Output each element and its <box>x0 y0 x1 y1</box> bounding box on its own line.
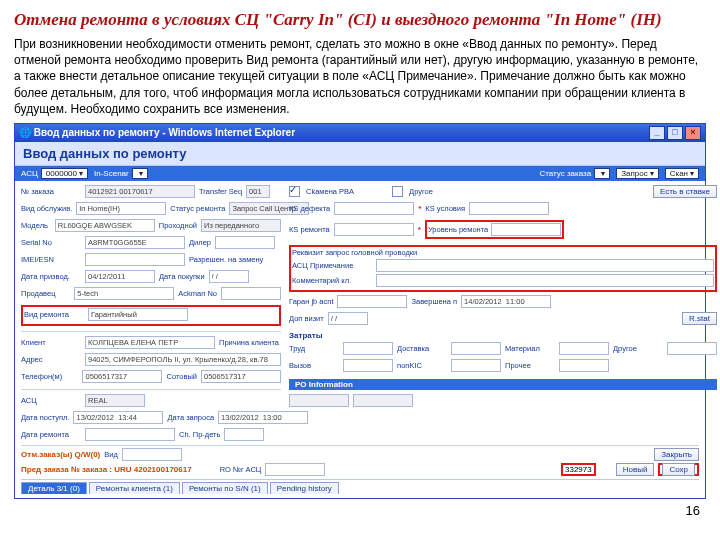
page-number: 16 <box>14 503 706 518</box>
window-title: Ввод данных по ремонту - Windows Interne… <box>34 127 295 138</box>
star1: * <box>418 204 421 213</box>
asc-prim-field[interactable] <box>376 259 714 272</box>
status-select[interactable]: ▾ <box>594 168 610 179</box>
ksdef-field[interactable] <box>334 202 414 215</box>
tab-sn-rep[interactable]: Ремонты по S/N (1) <box>182 482 268 494</box>
lbl-prodavec: Продавец <box>21 289 70 298</box>
highlight-save: Сохр <box>658 463 699 476</box>
prohod-field <box>201 219 281 232</box>
datarem-field[interactable] <box>85 428 175 441</box>
highlight-rowend: 332973 <box>561 463 596 476</box>
lbl-asc: АСЦ <box>21 169 38 178</box>
save-btn[interactable]: Сохр <box>662 463 695 476</box>
ack-button[interactable]: Закрыть <box>654 448 699 461</box>
rono-field[interactable] <box>265 463 325 476</box>
adres-field[interactable] <box>85 353 281 366</box>
chk-other[interactable] <box>392 186 403 197</box>
f-dr[interactable] <box>667 342 717 355</box>
insc-select[interactable]: ▾ <box>132 168 148 179</box>
model-field[interactable] <box>55 219 155 232</box>
form-area: № заказа Transfer Seq Вид обслужив. Стат… <box>15 181 705 498</box>
z-mat: Материал <box>505 344 555 353</box>
f-mat[interactable] <box>559 342 609 355</box>
f-viz[interactable] <box>343 359 393 372</box>
lbl-uroven: Уровень ремонта <box>428 225 488 234</box>
uroven-select[interactable] <box>491 223 561 236</box>
zakaz-no-field <box>85 185 195 198</box>
lbl-garbak: Гаран jb acnt <box>289 297 333 306</box>
f-dost[interactable] <box>451 342 501 355</box>
z-dr: Другое <box>613 344 663 353</box>
zavp-field[interactable] <box>461 295 551 308</box>
datapok-field[interactable] <box>209 270 249 283</box>
lbl-datarem: Дата ремонта <box>21 430 81 439</box>
serial-field[interactable] <box>85 236 185 249</box>
lbl-vidrem: Вид ремонта <box>24 310 84 319</box>
datapr-field[interactable] <box>85 270 155 283</box>
right-column: Ckамена PBA Другое Есть в ставке КS дефе… <box>289 185 717 443</box>
lbl-razresh: Разрешен. на замену <box>189 255 263 264</box>
star2: * <box>418 225 421 234</box>
close-button[interactable]: × <box>685 126 701 140</box>
highlight-uroven: Уровень ремонта <box>425 220 564 239</box>
lbl-strem: Статус ремонта <box>170 204 225 213</box>
prodavec-field[interactable] <box>74 287 174 300</box>
minimize-button[interactable]: _ <box>649 126 665 140</box>
scan-btn[interactable]: Скан ▾ <box>665 168 699 179</box>
sot-field[interactable] <box>201 370 281 383</box>
lbl-ksdef: КS дефекта <box>289 204 330 213</box>
tab-parts[interactable]: Деталь 3/1 (0) <box>21 482 87 494</box>
f-nonkic[interactable] <box>451 359 501 372</box>
cancel-count: Отм.заказ(ы) Q/W(0) <box>21 450 100 459</box>
zapros-btn[interactable]: Запрос ▾ <box>616 168 659 179</box>
chk-pba[interactable] <box>289 186 300 197</box>
ksusl-field[interactable] <box>469 202 549 215</box>
lbl-datapok: Дата покупки <box>159 272 205 281</box>
new-btn[interactable]: Новый <box>616 463 655 476</box>
titlebar: 🌐 Ввод данных по ремонту - Windows Inter… <box>15 124 705 142</box>
rstat-btn[interactable]: R.stat <box>682 312 717 325</box>
lbl-tel: Телефон(м) <box>21 372 78 381</box>
lbl-ksrem: КS ремонта <box>289 225 330 234</box>
datapost-field[interactable] <box>73 411 163 424</box>
lbl-status: Статус заказа <box>539 169 591 178</box>
page-header: Ввод данных по ремонту <box>15 142 705 166</box>
vid-bottom-sel[interactable] <box>122 448 182 461</box>
diler-field[interactable] <box>215 236 275 249</box>
ksrem-field[interactable] <box>334 223 414 236</box>
maximize-button[interactable]: □ <box>667 126 683 140</box>
klient-field[interactable] <box>85 336 215 349</box>
z-dost: Доставка <box>397 344 447 353</box>
imei-field[interactable] <box>85 253 185 266</box>
vid-select[interactable] <box>76 202 166 215</box>
lbl-model: Модель <box>21 221 51 230</box>
pre-zakaz: Пред заказа № заказа : URU 4202100170617 <box>21 465 192 474</box>
accnt-field[interactable] <box>221 287 281 300</box>
bill-btn[interactable]: Есть в ставке <box>653 185 717 198</box>
tel-field[interactable] <box>82 370 162 383</box>
lbl-zakaz: № заказа <box>21 187 81 196</box>
lbl-asc-prim: АСЦ Примечание <box>292 261 372 270</box>
tab-pending[interactable]: Pending history <box>270 482 339 494</box>
vidrem-select[interactable] <box>88 308 188 321</box>
garbak-field[interactable] <box>337 295 407 308</box>
f-trud[interactable] <box>343 342 393 355</box>
left-column: № заказа Transfer Seq Вид обслужив. Стат… <box>21 185 281 443</box>
komkl-field[interactable] <box>376 274 714 287</box>
bottom-tabs: Деталь 3/1 (0) Ремонты клиента (1) Ремон… <box>21 479 699 494</box>
chkpr-field[interactable] <box>224 428 264 441</box>
po-info-bar: PO Information <box>289 379 717 390</box>
tab-client-rep[interactable]: Ремонты клиента (1) <box>89 482 180 494</box>
f-proch[interactable] <box>559 359 609 372</box>
zatraty-header: Затраты <box>289 331 717 340</box>
lbl-ksusl: КS условия <box>425 204 465 213</box>
lbl-imei: IMEI/ESN <box>21 255 81 264</box>
lbl-komkl: Комментарий кл. <box>292 276 372 285</box>
dopv-field[interactable] <box>328 312 368 325</box>
lbl-datapr: Дата призвод. <box>21 272 81 281</box>
vid-bottom: Вид <box>104 450 118 459</box>
asc-select[interactable]: 0000000 ▾ <box>41 168 88 179</box>
lbl-zapros-deistv: Реквизит запрос головной проводки <box>292 248 392 257</box>
lbl-serial: Serial No <box>21 238 81 247</box>
lbl-asc2: АСЦ <box>21 396 81 405</box>
